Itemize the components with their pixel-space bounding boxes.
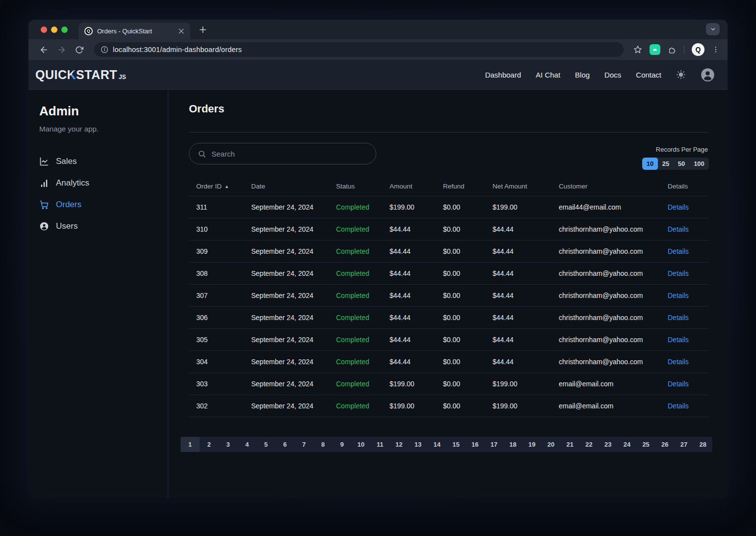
teal-extension-icon[interactable] [650, 44, 660, 55]
column-header-net-amount[interactable]: Net Amount [493, 183, 559, 190]
pagination-page[interactable]: 22 [579, 437, 599, 452]
site-info-icon[interactable] [101, 46, 108, 54]
details-link[interactable]: Details [668, 358, 689, 366]
pagination-page[interactable]: 25 [636, 437, 655, 452]
pagination-page[interactable]: 28 [693, 437, 712, 452]
order-id-cell: 305 [196, 336, 251, 344]
nav-link-contact[interactable]: Contact [636, 71, 661, 79]
back-icon[interactable] [36, 42, 51, 57]
nav-link-ai-chat[interactable]: AI Chat [536, 71, 560, 79]
details-link[interactable]: Details [668, 380, 689, 388]
pagination-page[interactable]: 5 [257, 437, 276, 452]
column-header-amount[interactable]: Amount [390, 183, 443, 190]
pagination-page[interactable]: 9 [333, 437, 352, 452]
refund-cell: $0.00 [443, 269, 493, 277]
maximize-window-button[interactable] [61, 27, 68, 33]
pagination-page[interactable]: 1 [181, 437, 200, 452]
sidebar-item-analytics[interactable]: Analytics [39, 172, 157, 194]
pagination-page[interactable]: 14 [427, 437, 446, 452]
pagination-page[interactable]: 18 [503, 437, 522, 452]
records-option[interactable]: 10 [642, 158, 658, 170]
pagination-page[interactable]: 6 [276, 437, 295, 452]
pagination-page[interactable]: 12 [390, 437, 409, 452]
pagination-page[interactable]: 7 [294, 437, 313, 452]
close-window-button[interactable] [41, 27, 47, 33]
records-option[interactable]: 25 [658, 158, 674, 170]
app-logo[interactable]: QUICKSTART JS [35, 68, 126, 82]
pagination-page[interactable]: 8 [313, 437, 333, 452]
amount-cell: $44.44 [390, 336, 443, 344]
tab-close-icon[interactable] [177, 27, 185, 35]
nav-link-dashboard[interactable]: Dashboard [485, 71, 521, 79]
details-link[interactable]: Details [668, 225, 689, 233]
details-link[interactable]: Details [668, 336, 689, 344]
url-bar[interactable]: localhost:3001/admin-dashboard/orders [94, 42, 624, 57]
minimize-window-button[interactable] [51, 27, 57, 33]
date-cell: September 24, 2024 [251, 358, 336, 366]
net-amount-cell: $44.44 [493, 314, 559, 322]
nav-link-blog[interactable]: Blog [575, 71, 590, 79]
reload-icon[interactable] [72, 42, 86, 57]
pagination-page[interactable]: 2 [200, 437, 219, 452]
shopping-cart-icon [39, 200, 49, 210]
net-amount-cell: $199.00 [493, 203, 559, 211]
browser-profile-avatar[interactable]: Q [692, 43, 704, 56]
user-avatar[interactable] [701, 68, 715, 82]
records-option[interactable]: 50 [674, 158, 689, 170]
browser-tab[interactable]: Q Orders - QuickStart [78, 23, 190, 39]
column-header-date[interactable]: Date [251, 183, 336, 190]
browser-menu-icon[interactable] [712, 46, 720, 54]
records-option[interactable]: 100 [689, 158, 709, 170]
tab-search-chevron-button[interactable] [706, 23, 720, 35]
forward-icon[interactable] [54, 42, 69, 57]
sidebar-item-orders[interactable]: Orders [39, 194, 157, 215]
date-cell: September 24, 2024 [251, 203, 336, 211]
details-link[interactable]: Details [668, 203, 689, 211]
pagination-page[interactable]: 16 [466, 437, 485, 452]
nav-link-docs[interactable]: Docs [604, 71, 621, 79]
main-content: Orders Records Per Page 10 25 [168, 90, 728, 498]
column-header-refund[interactable]: Refund [443, 183, 493, 190]
column-header-status[interactable]: Status [336, 183, 390, 190]
column-header-details[interactable]: Details [668, 183, 709, 190]
pagination-page[interactable]: 11 [370, 437, 390, 452]
details-link[interactable]: Details [668, 402, 689, 410]
pagination-page[interactable]: 13 [409, 437, 428, 452]
pagination-page[interactable]: 19 [522, 437, 542, 452]
pagination-page[interactable]: 15 [446, 437, 466, 452]
pagination-page[interactable]: 27 [675, 437, 694, 452]
extensions-puzzle-icon[interactable] [668, 45, 677, 54]
pagination-page[interactable]: 24 [618, 437, 637, 452]
sidebar-item-users[interactable]: Users [39, 215, 157, 237]
details-link[interactable]: Details [668, 292, 689, 299]
refund-cell: $0.00 [443, 402, 493, 410]
status-badge: Completed [336, 292, 390, 299]
pagination-page[interactable]: 10 [351, 437, 370, 452]
column-header-customer[interactable]: Customer [559, 183, 668, 190]
order-id-cell: 308 [196, 269, 251, 277]
pagination-page[interactable]: 20 [542, 437, 561, 452]
pagination-page[interactable]: 21 [560, 437, 579, 452]
details-link[interactable]: Details [668, 269, 689, 277]
details-link[interactable]: Details [668, 247, 689, 255]
search-box[interactable] [189, 143, 376, 164]
pagination-page[interactable]: 4 [237, 437, 257, 452]
refund-cell: $0.00 [443, 336, 493, 344]
net-amount-cell: $44.44 [493, 358, 559, 366]
table-row: 307 September 24, 2024 Completed $44.44 … [189, 284, 709, 306]
theme-toggle-sun-icon[interactable] [676, 70, 686, 80]
pagination-page[interactable]: 26 [655, 437, 675, 452]
sidebar-subtitle: Manage your app. [39, 125, 157, 133]
search-input[interactable] [211, 150, 367, 158]
details-link[interactable]: Details [668, 314, 689, 322]
refund-cell: $0.00 [443, 203, 493, 211]
customer-cell: christhornham@yahoo.com [559, 225, 668, 233]
pagination-page[interactable]: 3 [218, 437, 237, 452]
pagination-page[interactable]: 17 [485, 437, 504, 452]
bookmark-star-icon[interactable] [633, 45, 642, 54]
column-header-order-id[interactable]: Order ID ▲ [196, 183, 251, 190]
sidebar-item-sales[interactable]: Sales [39, 151, 157, 172]
date-cell: September 24, 2024 [251, 269, 336, 277]
new-tab-button[interactable] [196, 23, 209, 36]
pagination-page[interactable]: 23 [599, 437, 618, 452]
